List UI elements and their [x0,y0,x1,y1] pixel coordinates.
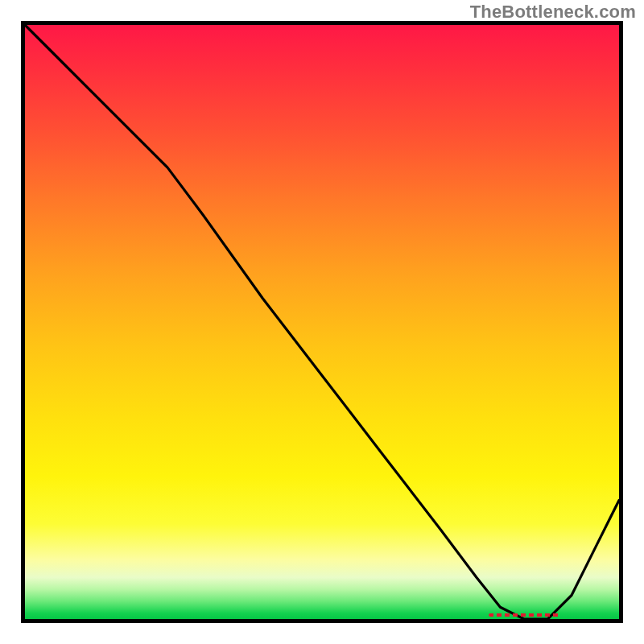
chart-container: TheBottleneck.com [0,0,644,644]
optimal-range-marker [489,613,560,617]
line-series [25,25,619,619]
curve-path [25,25,619,619]
plot-area [21,21,623,623]
watermark-text: TheBottleneck.com [470,2,636,23]
